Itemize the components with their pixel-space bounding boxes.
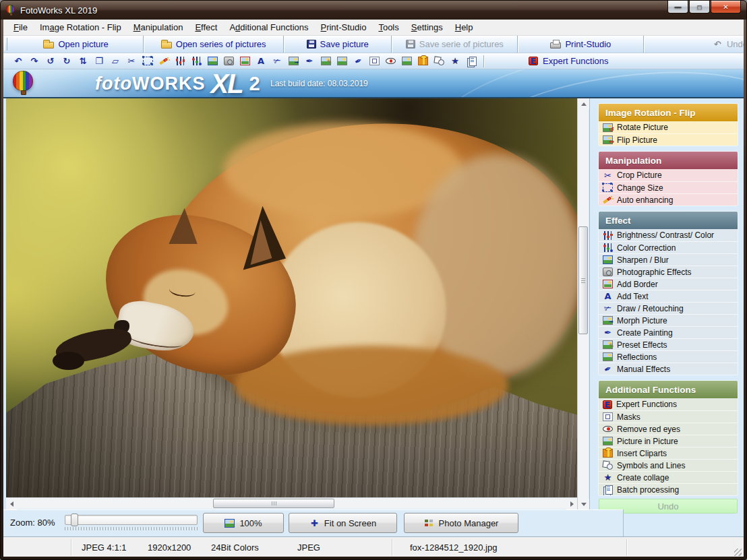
star-tool-button[interactable]: ★ xyxy=(448,55,462,67)
vertical-scroll-thumb[interactable] xyxy=(578,226,588,334)
scroll-left-button[interactable] xyxy=(6,498,17,509)
letter-a-tool-button[interactable]: A xyxy=(253,55,268,67)
rotate-180-tool-button[interactable]: ⇅ xyxy=(76,55,90,67)
menu-help[interactable]: Help xyxy=(449,20,479,34)
sidebar-item-insert-cliparts[interactable]: Insert Cliparts xyxy=(599,447,738,459)
bottom-control-bar: Zoom: 80% 100% ✚ Fit on Screen Photo Man… xyxy=(3,509,624,536)
sidebar-item-change-size[interactable]: Change Size xyxy=(599,181,738,193)
sidebar-item-masks[interactable]: Masks xyxy=(599,410,738,423)
rotate-cw-icon: ↻ xyxy=(62,57,72,65)
sidebar-item-preset-effects[interactable]: Preset Effects xyxy=(599,338,738,350)
save-picture-button[interactable]: Save picture xyxy=(301,38,374,51)
free-rotate-tool-button[interactable]: ▱ xyxy=(108,55,123,67)
mask-square-tool-button[interactable] xyxy=(367,55,382,67)
ink-bottle-tool-button[interactable]: ✒ xyxy=(351,55,365,67)
sidebar-item-picture-in-picture[interactable]: Picture in Picture xyxy=(599,435,738,447)
save-serie-of-pictures-button[interactable]: Save serie of pictures xyxy=(400,38,509,51)
menu-tools[interactable]: Tools xyxy=(372,20,405,34)
menu-manipulation[interactable]: Manipulation xyxy=(127,20,189,34)
zoom-slider[interactable] xyxy=(65,515,198,525)
menu-file[interactable]: File xyxy=(7,20,34,34)
draw-retouch-icon: ✃ xyxy=(603,304,613,313)
sidebar-item-sharpen-blur[interactable]: Sharpen / Blur xyxy=(599,253,738,266)
pic-sun-tool-button[interactable] xyxy=(334,55,349,67)
magic-wand-tool-button[interactable] xyxy=(156,55,171,67)
scroll-right-button[interactable] xyxy=(566,498,577,509)
gift-tool-button[interactable] xyxy=(415,55,430,67)
open-series-of-pictures-button[interactable]: Open series of pictures xyxy=(156,38,272,51)
sidebar: Undo Image Rotation - FlipRotate Picture… xyxy=(589,98,744,536)
status-format: JPEG 4:1:1 xyxy=(82,542,126,553)
sidebar-item-morph-picture[interactable]: Morph Picture xyxy=(599,314,738,326)
sliders-tool-button[interactable] xyxy=(173,55,187,67)
horizontal-scrollbar[interactable] xyxy=(6,497,577,509)
draw-retouch-tool-button[interactable]: ✃ xyxy=(270,55,285,67)
sidebar-item-rotate-picture[interactable]: Rotate Picture xyxy=(599,121,738,133)
close-button[interactable]: ✕ xyxy=(711,1,741,13)
vertical-scrollbar[interactable] xyxy=(577,98,589,509)
minimize-button[interactable]: — xyxy=(667,1,688,13)
crop-frame-tool-button[interactable] xyxy=(140,55,155,67)
menu-effect[interactable]: Effect xyxy=(189,20,223,34)
rotate-ccw-tool-button[interactable]: ↺ xyxy=(43,55,58,67)
maximize-button[interactable]: □ xyxy=(689,1,710,13)
sidebar-item-create-collage[interactable]: ★Create collage xyxy=(599,471,738,483)
sidebar-item-remove-red-eyes[interactable]: Remove red eyes xyxy=(599,423,738,435)
pic-morph-tool-button[interactable] xyxy=(286,55,301,67)
sidebar-item-auto-enhancing[interactable]: Auto enhancing xyxy=(599,193,738,206)
scroll-up-button[interactable] xyxy=(578,98,589,109)
sidebar-item-add-text[interactable]: AAdd Text xyxy=(599,290,738,302)
scroll-down-button[interactable] xyxy=(578,499,589,509)
resize-grip[interactable] xyxy=(734,549,742,556)
shapes-tool-button[interactable] xyxy=(431,55,446,67)
pic-frame-tool-button[interactable] xyxy=(205,55,220,67)
rotate-right-tool-button[interactable]: ↷ xyxy=(27,55,42,67)
scissors-tool-button[interactable]: ✂ xyxy=(124,55,139,67)
rgb-sliders-tool-button[interactable] xyxy=(189,55,204,67)
undo-button[interactable]: ↶Undo xyxy=(707,38,744,51)
ink-pen-tool-button[interactable]: ✒ xyxy=(302,55,317,67)
sidebar-item-flip-picture[interactable]: Flip Picture xyxy=(599,133,738,146)
pic-border-tool-button[interactable] xyxy=(237,55,252,67)
rotate-cw-tool-button[interactable]: ↻ xyxy=(59,55,74,67)
pic-pencil-icon xyxy=(603,340,613,349)
pic-in-pic-tool-button[interactable] xyxy=(399,55,414,67)
sidebar-item-color-correction[interactable]: Color Correction xyxy=(599,241,738,253)
toolbar-grip[interactable] xyxy=(4,38,7,51)
sidebar-item-create-painting[interactable]: ✒Create Painting xyxy=(599,326,738,338)
sidebar-item-brightness-contrast-color[interactable]: Brightness/ Contrast/ Color xyxy=(599,229,738,241)
sidebar-item-expert-functions[interactable]: EExpert Functions xyxy=(599,398,738,410)
sidebar-item-symbols-and-lines[interactable]: Symbols and Lines xyxy=(599,459,738,471)
pic-morph-icon xyxy=(289,57,299,65)
batch-papers-tool-button[interactable] xyxy=(464,55,479,67)
menu-print-studio[interactable]: Print-Studio xyxy=(314,20,372,34)
batch-papers-icon xyxy=(467,57,477,65)
print-studio-button[interactable]: Print-Studio xyxy=(545,38,616,51)
camera-tool-button[interactable] xyxy=(221,55,236,67)
sidebar-item-reflections[interactable]: Reflections xyxy=(599,350,738,363)
sidebar-item-crop-picture[interactable]: ✂Crop Picture xyxy=(599,169,738,181)
sidebar-item-manual-effects[interactable]: ✒Manual Effects xyxy=(599,363,738,375)
pic-pencil-tool-button[interactable] xyxy=(318,55,333,67)
menu-settings[interactable]: Settings xyxy=(405,20,449,34)
menu-additional-functions[interactable]: Additional Functions xyxy=(223,20,314,34)
zoom-slider-thumb[interactable] xyxy=(71,514,78,526)
sidebar-item-batch-processing[interactable]: Batch processing xyxy=(599,483,738,495)
open-picture-button[interactable]: Open picture xyxy=(38,38,113,51)
red-eye-tool-button[interactable] xyxy=(383,55,398,67)
sidebar-item-photographic-effects[interactable]: Photographic Effects xyxy=(599,266,738,278)
menu-image-rotation-flip[interactable]: Image Rotation - Flip xyxy=(34,20,127,34)
flip-page-tool-button[interactable]: ❐ xyxy=(92,55,107,67)
shapes-icon xyxy=(603,461,613,470)
rotate-left-tool-button[interactable]: ↶ xyxy=(11,55,26,67)
photo-canvas[interactable] xyxy=(6,98,577,497)
fit-on-screen-button[interactable]: ✚ Fit on Screen xyxy=(289,513,397,533)
status-filename: fox-1284512_1920.jpg xyxy=(410,542,497,553)
photo-manager-button[interactable]: Photo Manager xyxy=(404,513,518,533)
expert-functions-button[interactable]: EExpert Functions xyxy=(529,56,609,66)
sidebar-item-add-border[interactable]: Add Border xyxy=(599,278,738,290)
sidebar-item-draw-retouching[interactable]: ✃Draw / Retouching xyxy=(599,302,738,314)
horizontal-scroll-thumb[interactable] xyxy=(213,499,334,508)
zoom-100-button[interactable]: 100% xyxy=(203,513,284,533)
pic-in-pic-icon xyxy=(603,437,613,445)
